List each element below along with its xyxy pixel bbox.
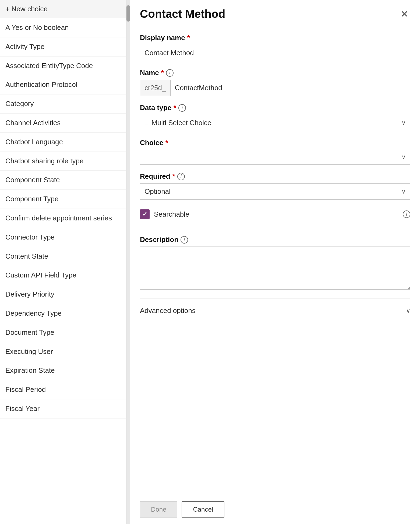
panel-footer: Done Cancel: [130, 495, 420, 524]
required-group: Required * i Optional ∨: [140, 172, 410, 200]
required-chevron: ∨: [401, 188, 406, 195]
searchable-row: ✓ Searchable i: [140, 207, 410, 221]
required-select[interactable]: Optional ∨: [140, 183, 410, 200]
data-type-value: Multi Select Choice: [151, 119, 211, 127]
list-item[interactable]: Custom API Field Type: [0, 266, 126, 285]
advanced-options-toggle[interactable]: Advanced options ∨: [140, 304, 410, 318]
name-info-icon[interactable]: i: [166, 69, 174, 77]
name-prefix: cr25d_: [140, 80, 171, 96]
checkbox-check-icon: ✓: [142, 211, 147, 218]
advanced-options-chevron: ∨: [406, 307, 410, 314]
data-type-info-icon[interactable]: i: [178, 104, 186, 112]
display-name-input[interactable]: [140, 45, 410, 61]
required-label: Required * i: [140, 172, 410, 181]
required-star-choice: *: [165, 139, 168, 147]
choice-label: Choice *: [140, 139, 410, 147]
list-item[interactable]: Confirm delete appointment series: [0, 209, 126, 228]
list-item[interactable]: Chatbot sharing role type: [0, 152, 126, 171]
list-item[interactable]: Expiration State: [0, 361, 126, 380]
required-info-icon[interactable]: i: [177, 173, 185, 180]
multi-select-icon: ≡: [144, 119, 148, 127]
left-panel: + New choice A Yes or No booleanActivity…: [0, 0, 126, 524]
data-type-group: Data type * i ≡ Multi Select Choice ∨: [140, 104, 410, 131]
searchable-checkbox[interactable]: ✓: [140, 209, 150, 219]
choice-select[interactable]: ∨: [140, 150, 410, 165]
list-item[interactable]: Component State: [0, 171, 126, 190]
choice-list: A Yes or No booleanActivity TypeAssociat…: [0, 18, 126, 524]
new-choice-label: + New choice: [5, 5, 48, 13]
data-type-select[interactable]: ≡ Multi Select Choice ∨: [140, 115, 410, 131]
list-item[interactable]: Channel Activities: [0, 114, 126, 133]
searchable-label: Searchable: [154, 210, 189, 219]
panel-body: Display name * Name * i cr25d_ Data type…: [130, 26, 420, 495]
list-item[interactable]: Fiscal Period: [0, 380, 126, 399]
panel-header: Contact Method ✕: [130, 0, 420, 26]
list-item[interactable]: Authentication Protocol: [0, 75, 126, 94]
name-group: Name * i cr25d_: [140, 69, 410, 96]
list-item[interactable]: Component Type: [0, 190, 126, 209]
list-item[interactable]: Activity Type: [0, 37, 126, 57]
list-item[interactable]: Delivery Priority: [0, 285, 126, 304]
required-star-datatype: *: [174, 104, 176, 112]
list-item[interactable]: Content State: [0, 247, 126, 266]
section-divider: [140, 229, 410, 229]
cancel-button[interactable]: Cancel: [182, 501, 224, 518]
advanced-options-section: Advanced options ∨: [140, 298, 410, 318]
required-star-display: *: [187, 34, 190, 42]
done-button[interactable]: Done: [140, 501, 177, 518]
name-input[interactable]: [171, 80, 410, 96]
required-value: Optional: [144, 187, 171, 196]
searchable-info-icon[interactable]: i: [403, 210, 410, 218]
scroll-thumb[interactable]: [126, 5, 130, 22]
list-item[interactable]: Fiscal Year: [0, 399, 126, 419]
required-star-name: *: [161, 69, 164, 77]
data-type-chevron: ∨: [401, 119, 406, 126]
description-label: Description i: [140, 235, 410, 244]
list-item[interactable]: Chatbot Language: [0, 133, 126, 152]
close-button[interactable]: ✕: [398, 8, 410, 20]
display-name-label: Display name *: [140, 34, 410, 42]
right-panel: Contact Method ✕ Display name * Name * i…: [130, 0, 420, 524]
list-item[interactable]: Category: [0, 94, 126, 114]
center-scrollbar[interactable]: [126, 0, 130, 524]
data-type-label: Data type * i: [140, 104, 410, 112]
choice-chevron: ∨: [401, 154, 406, 161]
new-choice-button[interactable]: + New choice: [0, 0, 126, 18]
searchable-group: ✓ Searchable i: [140, 207, 410, 221]
list-item[interactable]: A Yes or No boolean: [0, 18, 126, 37]
list-item[interactable]: Associated EntityType Code: [0, 57, 126, 76]
advanced-options-label: Advanced options: [140, 307, 196, 315]
list-item[interactable]: Executing User: [0, 342, 126, 361]
name-label: Name * i: [140, 69, 410, 77]
list-item[interactable]: Dependency Type: [0, 304, 126, 323]
panel-title: Contact Method: [140, 8, 225, 20]
name-field-wrapper: cr25d_: [140, 80, 410, 96]
list-item[interactable]: Document Type: [0, 323, 126, 342]
description-group: Description i: [140, 235, 410, 291]
required-star-req: *: [172, 172, 175, 181]
choice-group: Choice * ∨: [140, 139, 410, 165]
description-info-icon[interactable]: i: [181, 236, 188, 244]
description-textarea[interactable]: [140, 247, 410, 290]
list-item[interactable]: Connector Type: [0, 228, 126, 247]
display-name-group: Display name *: [140, 34, 410, 61]
